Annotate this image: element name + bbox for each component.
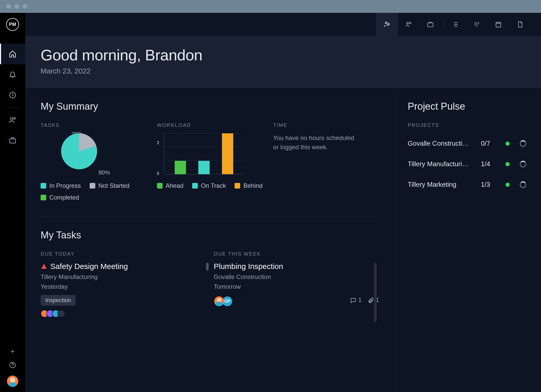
- project-count: 1/3: [481, 181, 497, 189]
- progress-ring-icon: [520, 181, 526, 188]
- scroll-track[interactable]: [374, 263, 377, 322]
- summary-tasks: TASKS 20% 80% In Progress Not Started Co…: [41, 122, 147, 201]
- assignee-more: [58, 310, 65, 318]
- pulse-label: PROJECTS: [408, 122, 528, 128]
- scroll-thumb[interactable]: [206, 263, 209, 270]
- comment-icon: [350, 297, 357, 304]
- status-dot-icon: [506, 142, 510, 146]
- workload-label: WORKLOAD: [157, 122, 263, 128]
- bar-behind: [222, 133, 233, 174]
- task-name: Safety Design Meeting: [50, 262, 128, 271]
- help-icon: [9, 362, 16, 368]
- sidebar-item-team[interactable]: [0, 110, 25, 130]
- summary-time: TIME You have no hours scheduled or logg…: [273, 122, 379, 201]
- sidebar-item-portfolio[interactable]: [0, 130, 25, 151]
- task-project: Tillery Manufacturing: [41, 273, 206, 281]
- svg-point-2: [14, 117, 16, 119]
- window-maximize-icon[interactable]: [23, 4, 27, 9]
- legend-in-progress: In Progress: [41, 182, 81, 189]
- portfolio-icon: [427, 21, 434, 28]
- project-row[interactable]: Tillery Manufacturi… 1/4: [408, 154, 528, 174]
- status-dot-icon: [506, 183, 510, 187]
- svg-rect-8: [428, 23, 433, 27]
- progress-ring-icon: [520, 161, 526, 167]
- window-close-icon[interactable]: [6, 4, 11, 9]
- sidebar-item-notifications[interactable]: [0, 64, 25, 85]
- progress-ring-icon: [520, 140, 526, 147]
- home-icon: [9, 50, 16, 58]
- status-dot-icon: [506, 162, 510, 166]
- window-minimize-icon[interactable]: [14, 4, 19, 9]
- nav-portfolio[interactable]: [419, 13, 441, 36]
- nav-my-work[interactable]: [376, 13, 398, 36]
- assignee-avatar: [214, 296, 225, 307]
- project-name: Tillery Marketing: [408, 181, 476, 189]
- window-titlebar: [0, 0, 541, 13]
- person-pulse-icon: [384, 21, 391, 28]
- svg-rect-9: [496, 22, 501, 27]
- bar-ahead: [175, 161, 186, 174]
- task-card[interactable]: Safety Design Meeting Tillery Manufactur…: [41, 262, 206, 318]
- warning-icon: [41, 263, 47, 270]
- summary-workload: WORKLOAD 2 0: [157, 122, 263, 201]
- pulse-title: Project Pulse: [408, 101, 528, 112]
- sidebar-item-time[interactable]: [0, 85, 25, 105]
- people-icon: [405, 21, 412, 28]
- nav-list[interactable]: [444, 13, 466, 36]
- page-header: Good morning, Brandon March 23, 2022: [25, 36, 541, 88]
- due-week-column: DUE THIS WEEK Plumbing Inspection Govall…: [214, 251, 379, 318]
- svg-rect-3: [10, 139, 16, 143]
- plus-icon: [10, 348, 16, 354]
- clock-icon: [9, 91, 16, 99]
- attachments-meta[interactable]: 1: [367, 296, 379, 304]
- sidebar-item-help[interactable]: [0, 362, 25, 368]
- file-icon: [516, 21, 524, 28]
- bar-on-track: [198, 161, 210, 174]
- task-card[interactable]: Plumbing Inspection Govalle Construction…: [214, 262, 379, 307]
- due-week-label: DUE THIS WEEK: [214, 251, 379, 257]
- task-project: Govalle Construction: [214, 273, 379, 281]
- header-date: March 23, 2022: [41, 67, 526, 75]
- tasks-label: TASKS: [41, 122, 147, 128]
- legend-completed: Completed: [41, 194, 79, 201]
- svg-point-5: [385, 22, 387, 24]
- sidebar-item-home[interactable]: [0, 44, 25, 64]
- list-icon: [452, 21, 459, 28]
- app-logo[interactable]: PM: [6, 18, 19, 31]
- nav-calendar[interactable]: [488, 13, 509, 36]
- comments-meta[interactable]: 1: [350, 296, 362, 304]
- ytick-0: 0: [157, 171, 159, 176]
- legend-not-started: Not Started: [90, 182, 129, 189]
- due-today-column: DUE TODAY Safety Design Meeting Tillery …: [41, 251, 206, 318]
- time-label: TIME: [273, 122, 379, 128]
- svg-point-1: [10, 117, 13, 120]
- due-today-label: DUE TODAY: [41, 251, 206, 257]
- user-avatar[interactable]: [7, 376, 18, 387]
- nav-files[interactable]: [509, 13, 531, 36]
- nav-separator: [443, 20, 443, 29]
- legend-on-track: On Track: [192, 182, 226, 189]
- tasks-pie-chart: [61, 133, 97, 169]
- time-empty-text: You have no hours scheduled or logged th…: [273, 133, 355, 152]
- project-count: 1/4: [481, 160, 497, 168]
- top-nav: [25, 13, 541, 36]
- project-name: Tillery Manufacturi…: [408, 160, 476, 168]
- board-icon: [473, 21, 480, 28]
- project-row[interactable]: Tillery Marketing 1/3: [408, 174, 528, 195]
- sidebar-item-add[interactable]: [0, 348, 25, 354]
- nav-board[interactable]: [466, 13, 488, 36]
- greeting: Good morning, Brandon: [41, 46, 526, 64]
- project-name: Govalle Constructi…: [408, 139, 476, 147]
- legend-behind: Behind: [235, 182, 263, 189]
- calendar-icon: [495, 21, 502, 28]
- svg-point-6: [407, 22, 408, 24]
- project-row[interactable]: Govalle Constructi… 0/7: [408, 133, 528, 154]
- section-divider: [41, 217, 379, 217]
- ytick-2: 2: [157, 141, 159, 145]
- nav-team[interactable]: [398, 13, 419, 36]
- task-when: Tomorrow: [214, 283, 379, 290]
- pie-label-bottom: 80%: [99, 169, 110, 176]
- briefcase-icon: [9, 137, 16, 144]
- tasks-title: My Tasks: [41, 230, 379, 241]
- project-count: 0/7: [481, 139, 497, 147]
